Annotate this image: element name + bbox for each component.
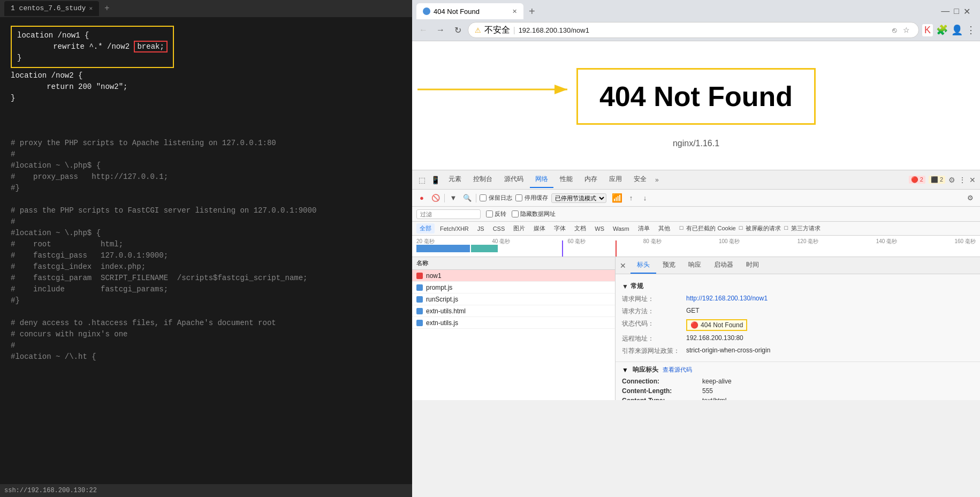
clear-button[interactable]: 🚫: [430, 193, 441, 204]
devtools-tab-elements[interactable]: 元素: [443, 171, 467, 188]
invert-checkbox[interactable]: [486, 210, 493, 217]
timeline-label-160: 160 毫秒: [954, 238, 975, 245]
address-actions: ⎋ ☆: [890, 25, 912, 35]
browser-tab-new-icon[interactable]: +: [525, 5, 540, 18]
window-maximize-icon[interactable]: □: [954, 6, 959, 16]
filter-input[interactable]: [416, 209, 481, 219]
back-button[interactable]: ←: [416, 23, 430, 37]
type-filter-other[interactable]: 其他: [655, 223, 673, 234]
type-filter-wasm[interactable]: Wasm: [610, 224, 633, 233]
type-filter-doc[interactable]: 文档: [571, 223, 589, 234]
devtools-tab-security[interactable]: 安全: [628, 171, 652, 188]
filter-button[interactable]: ▼: [448, 193, 459, 204]
search-button[interactable]: 🔍: [462, 193, 473, 204]
address-bar[interactable]: ⚠ 不安全 | 192.168.200.130/now1 ⎋ ☆: [468, 22, 919, 38]
request-name-prompt: prompt.js: [426, 284, 452, 291]
request-icon-runscript: [416, 296, 423, 303]
detail-tab-initiator[interactable]: 启动器: [708, 257, 740, 274]
record-button[interactable]: ●: [416, 193, 427, 204]
detail-tab-timing[interactable]: 时间: [740, 257, 765, 274]
type-filter-font[interactable]: 字体: [551, 223, 569, 234]
devtools-inspect-icon[interactable]: ⬚: [416, 176, 428, 184]
preserve-log-checkbox[interactable]: [480, 194, 487, 201]
code-line-blank-5: [11, 306, 401, 318]
devtools-device-icon[interactable]: 📱: [429, 176, 442, 184]
response-header-title-row: ▼ 响应标头 查看源代码: [622, 365, 974, 374]
code-line-blank-1: [11, 104, 401, 115]
devtools-close-icon[interactable]: ✕: [969, 176, 976, 184]
extension-icon-puzzle[interactable]: 🧩: [936, 24, 948, 36]
requests-header: 名称: [412, 257, 615, 270]
devtools-tab-performance[interactable]: 性能: [554, 171, 578, 188]
view-source-link[interactable]: 查看源代码: [663, 366, 692, 374]
status-code-label: 状态代码：: [622, 319, 686, 331]
type-filter-css[interactable]: CSS: [490, 224, 508, 233]
type-filter-manifest[interactable]: 清单: [635, 223, 653, 234]
devtools-tab-sources[interactable]: 源代码: [499, 171, 529, 188]
devtools-tab-memory[interactable]: 内存: [579, 171, 603, 188]
type-filter-ws[interactable]: WS: [591, 224, 607, 233]
request-row-extn-html[interactable]: extn-utils.html: [412, 305, 615, 317]
blocked-requests-label: 被屏蔽的请求: [746, 224, 781, 232]
devtools-settings2-icon[interactable]: ⚙: [965, 193, 976, 204]
hide-data-urls-label: 隐藏数据网址: [520, 210, 556, 218]
disable-cache-checkbox[interactable]: [515, 194, 522, 201]
detail-tab-preview[interactable]: 预览: [656, 257, 682, 274]
response-connection-row: Connection: keep-alive: [622, 376, 974, 386]
detail-tab-headers[interactable]: 标头: [630, 257, 656, 274]
type-filter-fetch-xhr[interactable]: Fetch/XHR: [437, 224, 472, 233]
devtools-tab-more[interactable]: »: [653, 173, 661, 187]
forward-button[interactable]: →: [434, 23, 447, 37]
bookmark-icon[interactable]: ☆: [901, 25, 912, 35]
hide-data-urls-checkbox[interactable]: [512, 210, 519, 217]
extension-icon-red[interactable]: K: [922, 24, 933, 36]
requests-list: 名称 now1 prompt.js runScript.js extn-util…: [412, 257, 616, 400]
request-row-extn-js[interactable]: extn-utils.js: [412, 317, 615, 329]
devtools-tab-application[interactable]: 应用: [604, 171, 627, 188]
request-row-runscript[interactable]: runScript.js: [412, 293, 615, 305]
toolbar-separator-1: [444, 194, 445, 202]
timeline-label-60: 60 毫秒: [568, 238, 586, 245]
code-line-5: return 200 "now2";: [11, 81, 401, 93]
content-type-key: Content-Type:: [622, 397, 702, 400]
share-icon[interactable]: ⎋: [890, 25, 899, 35]
code-line-22: # concurs with nginx's one: [11, 329, 401, 340]
timeline-line-purple: [562, 240, 563, 257]
terminal-tab-close-icon[interactable]: ✕: [89, 4, 93, 13]
browser-profile-icon[interactable]: 👤: [951, 24, 963, 36]
browser-tab-close-icon[interactable]: ✕: [512, 8, 517, 15]
security-warning-icon: ⚠: [475, 26, 481, 34]
type-filter-all[interactable]: 全部: [416, 223, 435, 234]
window-minimize-icon[interactable]: —: [941, 6, 949, 16]
section-collapse-icon: ▼: [622, 283, 628, 290]
code-block-now1: location /now1 { rewrite ^.* /now2 break…: [11, 26, 174, 68]
detail-general-title: ▼ 常规: [622, 278, 974, 293]
terminal-tab[interactable]: 1 centos_7.6_study ✕: [4, 1, 99, 16]
terminal-tab-add-icon[interactable]: +: [101, 2, 113, 15]
request-row-now1[interactable]: now1: [412, 270, 615, 282]
devtools-vertical-dots-icon[interactable]: ⋮: [959, 176, 966, 184]
browser-tab-active[interactable]: 404 Not Found ✕: [416, 3, 523, 19]
export-button[interactable]: ↓: [640, 193, 650, 204]
remote-address-value: 192.168.200.130:80: [686, 334, 743, 343]
reload-button[interactable]: ↻: [451, 23, 465, 37]
browser-menu-icon[interactable]: ⋮: [966, 24, 976, 36]
devtools-settings-icon[interactable]: ⚙: [948, 176, 955, 184]
status-dot-icon: 🔴: [690, 321, 698, 329]
devtools-tab-network[interactable]: 网络: [530, 171, 553, 188]
detail-request-url-row: 请求网址： http://192.168.200.130/now1: [622, 293, 974, 305]
detail-referrer-policy-row: 引荐来源网址政策： strict-origin-when-cross-origi…: [622, 345, 974, 357]
invert-label: 反转: [495, 210, 506, 218]
type-filter-img[interactable]: 图片: [510, 223, 528, 234]
detail-close-icon[interactable]: ✕: [616, 258, 630, 273]
devtools-tab-console[interactable]: 控制台: [468, 171, 498, 188]
throttle-select[interactable]: 已停用节流模式: [551, 193, 606, 203]
type-filter-media[interactable]: 媒体: [530, 223, 549, 234]
type-filter-js[interactable]: JS: [474, 224, 488, 233]
window-close-icon[interactable]: ✕: [963, 6, 970, 17]
timeline-label-40: 40 毫秒: [492, 238, 510, 245]
request-name-now1: now1: [426, 272, 442, 280]
request-row-prompt[interactable]: prompt.js: [412, 282, 615, 293]
detail-tab-response[interactable]: 响应: [682, 257, 708, 274]
import-button[interactable]: ↑: [626, 193, 636, 204]
